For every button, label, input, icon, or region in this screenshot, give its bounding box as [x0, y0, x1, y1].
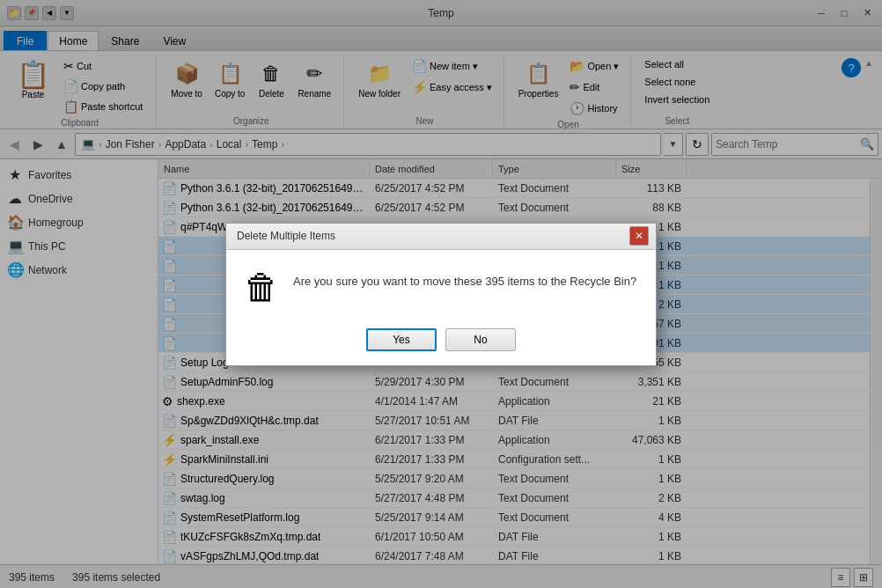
modal-yes-button[interactable]: Yes: [366, 328, 437, 351]
modal-title-bar: Delete Multiple Items ✕: [226, 224, 656, 250]
modal-message: Are you sure you want to move these 395 …: [293, 268, 636, 290]
delete-modal: Delete Multiple Items ✕ 🗑 Are you sure y…: [225, 223, 657, 366]
modal-overlay: Delete Multiple Items ✕ 🗑 Are you sure y…: [0, 0, 882, 588]
modal-close-button[interactable]: ✕: [629, 226, 649, 246]
modal-buttons: Yes No: [226, 321, 656, 365]
modal-title: Delete Multiple Items: [237, 230, 335, 242]
modal-no-button[interactable]: No: [445, 328, 516, 351]
modal-body: 🗑 Are you sure you want to move these 39…: [226, 250, 656, 321]
modal-recycle-icon: 🗑: [244, 268, 279, 307]
